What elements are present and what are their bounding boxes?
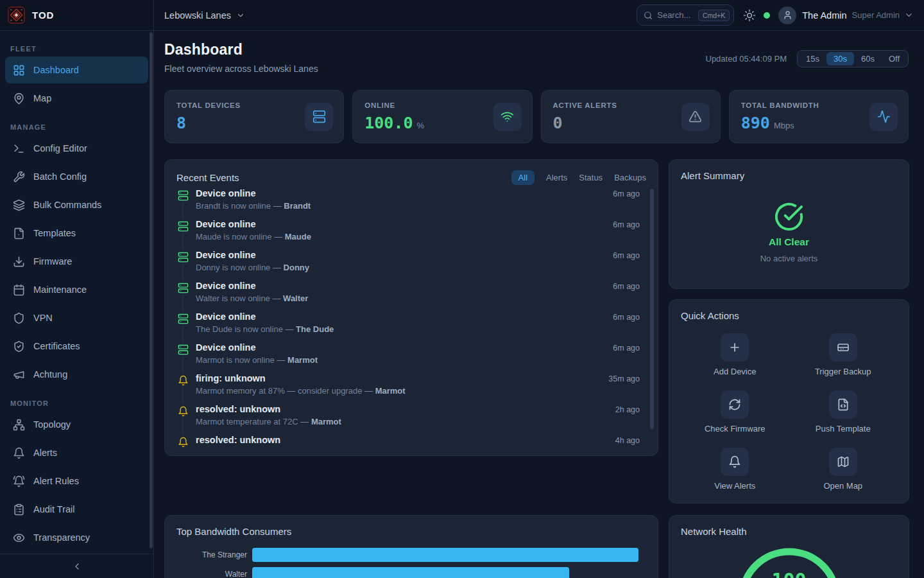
search-icon [644, 11, 653, 20]
events-tab-alerts[interactable]: Alerts [546, 173, 567, 182]
sidebar-item-bulk-commands[interactable]: Bulk Commands [5, 191, 148, 218]
main-content: Dashboard Fleet overview across Lebowski… [154, 31, 924, 578]
event-title: resolved: unknown [196, 404, 280, 414]
sidebar-item-firmware[interactable]: Firmware [5, 248, 148, 275]
events-scrollbar[interactable] [650, 189, 654, 429]
sidebar-item-batch-config[interactable]: Batch Config [5, 163, 148, 190]
events-tab-status[interactable]: Status [579, 173, 603, 182]
refresh-interval-60s[interactable]: 60s [854, 52, 882, 66]
stat-label: TOTAL BANDWIDTH [741, 101, 819, 109]
events-tab-all[interactable]: All [511, 170, 535, 185]
event-row[interactable]: resolved: unknown4h ago [176, 435, 649, 456]
sidebar-scrollbar[interactable] [150, 32, 153, 548]
events-tabs: AllAlertsStatusBackups [511, 170, 646, 185]
user-role: Super Admin [852, 10, 900, 20]
quick-action-add-device[interactable]: Add Device [681, 333, 789, 390]
user-menu[interactable]: The Admin Super Admin [778, 6, 914, 24]
bandwidth-row: Walter [176, 567, 646, 578]
search-input[interactable]: Search... Cmd+K [637, 4, 734, 26]
event-device: Marmot [287, 355, 318, 365]
server-icon [305, 103, 333, 131]
event-time: 4h ago [615, 436, 640, 445]
sidebar-item-alert-rules[interactable]: Alert Rules [5, 468, 148, 495]
quick-action-trigger-backup[interactable]: Trigger Backup [789, 333, 898, 390]
wifi-icon [493, 103, 522, 131]
quick-action-check-firmware[interactable]: Check Firmware [681, 390, 789, 448]
stat-card-online: ONLINE100.0% [352, 90, 532, 143]
quick-action-push-template[interactable]: Push Template [789, 390, 898, 448]
bell-icon [176, 405, 189, 417]
event-detail: Marmot temperature at 72C — Marmot [196, 417, 640, 426]
sidebar-item-audit-trail[interactable]: Audit Trail [5, 496, 148, 523]
quick-actions-panel: Quick Actions Add DeviceTrigger BackupCh… [669, 299, 909, 504]
sidebar-item-achtung[interactable]: Achtung [5, 361, 148, 388]
sidebar-item-label: Batch Config [33, 171, 87, 182]
network-health-title: Network Health [681, 526, 897, 537]
event-row[interactable]: Device online6m agoDonny is now online —… [176, 250, 649, 281]
sidebar-item-transparency[interactable]: Transparency [5, 524, 148, 551]
bandwidth-device-label: Walter [176, 570, 252, 578]
event-row[interactable]: firing: unknown35m agoMarmot memory at 8… [176, 373, 649, 404]
event-time: 2h ago [615, 405, 640, 414]
alert-summary-title: Alert Summary [681, 170, 897, 181]
avatar [778, 6, 796, 24]
refresh-interval-control: 15s30s60sOff [797, 50, 909, 67]
refresh-interval-30s[interactable]: 30s [826, 52, 854, 66]
sidebar-item-dashboard[interactable]: Dashboard [5, 57, 148, 83]
refresh-interval-off[interactable]: Off [882, 52, 907, 66]
bandwidth-panel: Top Bandwidth Consumers The StrangerWalt… [164, 515, 658, 578]
stat-value: 100.0% [364, 114, 424, 132]
alert-summary-panel: Alert Summary All Clear No active alerts [669, 159, 909, 289]
chevron-down-icon [904, 10, 914, 20]
alert-triangle-icon [681, 103, 710, 131]
event-row[interactable]: resolved: unknown2h agoMarmot temperatur… [176, 404, 649, 435]
quick-action-open-map[interactable]: Open Map [789, 448, 898, 505]
sidebar-item-label: Topology [33, 419, 71, 430]
event-title: Device online [196, 188, 255, 198]
stat-value: 0 [553, 114, 617, 132]
sidebar: FLEETDashboardMapMANAGEConfig EditorBatc… [0, 31, 154, 578]
quick-action-label: Add Device [714, 367, 756, 376]
event-row[interactable]: Device online6m agoBrandt is now online … [176, 188, 649, 219]
event-row[interactable]: Device online6m agoThe Dude is now onlin… [176, 311, 649, 342]
calendar-icon [13, 284, 25, 296]
sidebar-item-certificates[interactable]: Certificates [5, 333, 148, 360]
sidebar-item-topology[interactable]: Topology [5, 411, 148, 438]
event-row[interactable]: Device online6m agoMaude is now online —… [176, 219, 649, 250]
events-tab-backups[interactable]: Backups [614, 173, 646, 182]
event-detail: The Dude is now online — The Dude [196, 324, 640, 334]
event-device: Brandt [284, 201, 311, 211]
refresh-interval-15s[interactable]: 15s [799, 52, 826, 66]
sidebar-collapse-button[interactable] [0, 554, 153, 578]
wrench-icon [13, 171, 25, 183]
sidebar-item-map[interactable]: Map [5, 85, 148, 112]
bandwidth-bar-track [252, 548, 646, 562]
sidebar-item-config-editor[interactable]: Config Editor [5, 135, 148, 162]
quick-action-view-alerts[interactable]: View Alerts [681, 448, 789, 505]
events-list: Device online6m agoBrandt is now online … [176, 188, 649, 455]
server-icon [176, 250, 189, 263]
sidebar-item-label: Transparency [33, 532, 90, 543]
event-detail: Walter is now online — Walter [196, 293, 640, 303]
bell-icon [13, 447, 25, 459]
sidebar-section-label-manage: MANAGE [10, 123, 143, 131]
sidebar-item-vpn[interactable]: VPN [5, 304, 148, 331]
sidebar-item-alerts[interactable]: Alerts [5, 439, 148, 466]
event-detail: Marmot is now online — Marmot [196, 355, 640, 365]
activity-icon [869, 103, 898, 131]
network-health-panel: Network Health 100 [669, 515, 909, 578]
download-icon [13, 256, 25, 268]
eye-icon [13, 532, 25, 544]
org-selector[interactable]: Lebowski Lanes [164, 10, 245, 21]
updated-timestamp: Updated 05:44:09 PM [706, 54, 787, 64]
theme-toggle-button[interactable] [743, 9, 756, 22]
bandwidth-bar-track [252, 567, 646, 578]
bell-icon [721, 448, 749, 476]
sidebar-item-templates[interactable]: Templates [5, 220, 148, 247]
event-time: 35m ago [608, 374, 640, 383]
sidebar-item-maintenance[interactable]: Maintenance [5, 276, 148, 303]
event-time: 6m ago [613, 344, 640, 353]
event-row[interactable]: Device online6m agoMarmot is now online … [176, 342, 649, 373]
health-gauge-value: 100 [669, 571, 909, 578]
event-row[interactable]: Device online6m agoWalter is now online … [176, 281, 649, 311]
